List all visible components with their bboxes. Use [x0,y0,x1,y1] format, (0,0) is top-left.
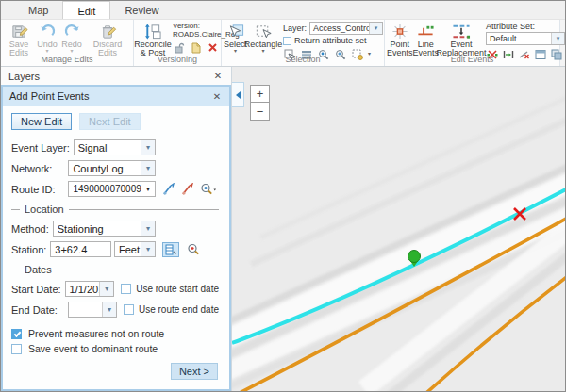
event-layer-label: Event Layer: [11,142,70,154]
return-attribute-set-label: Return attribute set [294,36,367,45]
group-label-manage-edits: Manage Edits [1,55,133,65]
undo-button[interactable]: Undo ▾ [35,21,59,54]
redo-button[interactable]: Redo ▾ [59,21,84,54]
road-centerline-upper [240,218,565,391]
prevent-measures-checkbox[interactable] [11,329,22,339]
event-layer-combo[interactable]: Signal [74,139,156,155]
group-selection: Select ▾ Rectangle ▾ Layer: Access_Contr… [222,20,385,66]
close-icon[interactable]: ✕ [211,91,223,102]
add-point-events-body: New Edit Next Edit Event Layer: Signal N… [3,106,229,389]
start-date-label: Start Date: [11,284,61,295]
end-date-label: End Date: [11,304,58,316]
layers-pane-header: Layers ✕ [1,67,231,86]
location-section-separator: Location [11,204,219,215]
collapse-panel-tab[interactable] [232,82,244,107]
unlock-version-icon[interactable] [173,41,185,54]
return-attribute-set-checkbox[interactable] [283,37,291,45]
use-route-end-date-checkbox[interactable] [124,304,134,315]
zoom-out-button[interactable]: − [250,103,270,121]
point-events-button[interactable]: Point Events [387,21,413,58]
zoom-in-button[interactable]: + [250,85,270,103]
chevron-down-icon [369,23,382,34]
chevron-down-icon [141,140,155,155]
arcgis-pro-window: Map Edit Review Save Edits Undo ▾ [0,0,566,392]
new-edit-button[interactable]: New Edit [11,113,72,130]
network-combo[interactable]: CountyLog [68,160,156,176]
next-button[interactable]: Next > [171,363,218,380]
method-combo[interactable]: Stationing [53,220,156,237]
chevron-down-icon [551,33,564,44]
station-unit-combo[interactable]: Feet [114,241,156,257]
start-date-value: 1/1/2015 [66,284,100,295]
new-version-icon[interactable] [190,41,202,54]
event-layer-value: Signal [75,142,141,154]
chevron-down-icon [99,282,113,296]
selection-layer-combo[interactable]: Access_Control [309,22,383,35]
network-value: CountyLog [69,163,141,174]
left-dock: Layers ✕ Add Point Events ✕ New Edit Nex… [1,67,231,391]
attribute-set-combo[interactable]: Default [486,32,565,45]
undo-icon [37,22,58,41]
redo-dropdown-caret: ▾ [70,49,73,54]
line-events-button[interactable]: Line Events [413,21,440,58]
line-events-icon [415,22,436,41]
end-date-combo[interactable] [68,302,117,318]
map-viewport[interactable]: + − [231,67,565,391]
start-date-combo[interactable]: 1/1/2015 [65,281,115,297]
reconcile-icon [142,22,163,41]
close-icon[interactable]: ✕ [212,71,224,81]
map-zoom-control: + − [250,85,270,121]
group-manage-edits: Save Edits Undo ▾ Redo ▾ [1,20,134,66]
discard-edits-button[interactable]: Discard Edits [84,21,131,58]
layers-pane-title: Layers [8,71,40,82]
station-label: Station: [11,244,46,255]
use-route-end-date-label: Use route end date [139,304,219,315]
pick-station-from-map-button[interactable] [162,242,179,257]
dates-section-separator: Dates [11,264,219,275]
ribbon: Save Edits Undo ▾ Redo ▾ [1,20,565,67]
reconcile-post-button[interactable]: Reconcile & Post [136,21,170,58]
station-unit-value: Feet [115,244,141,255]
method-label: Method: [11,223,49,235]
clear-route-icon[interactable] [181,183,194,196]
event-replacement-button[interactable]: Event Replacement [439,21,484,58]
undo-dropdown-caret: ▾ [45,49,48,54]
use-route-start-date-label: Use route start date [136,284,219,294]
chevron-down-icon [141,221,155,236]
rectangle-select-icon [253,22,274,41]
use-route-start-date-checkbox[interactable] [121,284,131,294]
chevron-down-icon [141,242,155,256]
choose-route-from-map-icon[interactable] [162,183,175,196]
tab-review[interactable]: Review [110,1,173,19]
delete-version-icon[interactable] [207,41,219,54]
group-label-selection: Selection [222,55,384,65]
event-replacement-icon [451,22,472,41]
group-label-versioning: Versioning [134,55,221,65]
map-features-layer [232,67,565,391]
ribbon-tab-bar: Map Edit Review [1,1,565,20]
next-edit-button[interactable]: Next Edit [79,113,141,130]
redo-icon [61,22,82,41]
zoom-to-route-icon[interactable] [200,183,217,196]
chevron-down-icon [102,302,116,317]
zoom-to-station-icon[interactable] [187,243,201,256]
save-to-dominant-route-checkbox[interactable] [11,344,22,354]
rectangle-dropdown-caret: ▾ [262,49,265,54]
select-cursor-icon [225,22,246,41]
route-id-combo[interactable]: 14900000700090M01 [68,181,156,197]
group-label-edit-events: Edit Events [385,55,559,65]
tab-map[interactable]: Map [14,1,62,19]
station-input[interactable]: 3+62.4 [50,241,111,257]
add-point-events-pane: Add Point Events ✕ New Edit Next Edit Ev… [1,85,231,391]
point-event-marker [408,251,421,263]
route-id-value: 14900000700090M01 [69,184,142,194]
group-edit-events: Point Events Line Events Event Replaceme… [385,20,560,66]
attribute-set-value: Default [487,34,551,43]
prevent-measures-label: Prevent measures not on route [28,328,164,339]
tab-edit[interactable]: Edit [62,1,110,19]
save-edits-button[interactable]: Save Edits [3,21,35,58]
road-centerline-lower [426,276,565,391]
rectangle-select-button[interactable]: Rectangle ▾ [247,21,279,54]
point-events-icon [390,22,410,41]
discard-icon [97,22,118,41]
